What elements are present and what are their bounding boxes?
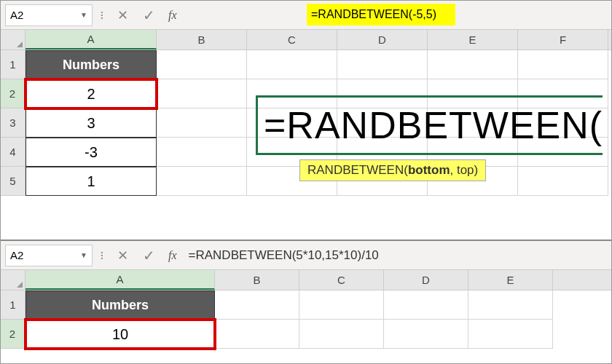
- enter-icon[interactable]: ✓: [138, 4, 160, 26]
- dropdown-icon[interactable]: ▼: [80, 11, 87, 19]
- cell-A2[interactable]: 10: [26, 320, 215, 349]
- cell-A5[interactable]: 1: [26, 167, 157, 196]
- expander-icon[interactable]: •••: [97, 4, 107, 26]
- cell[interactable]: [468, 320, 553, 349]
- row-header-3[interactable]: 3: [1, 108, 26, 138]
- col-header-E[interactable]: E: [428, 30, 518, 50]
- name-box[interactable]: A2 ▼: [5, 4, 93, 26]
- header-cell-numbers[interactable]: Numbers: [26, 290, 215, 320]
- cell[interactable]: [157, 138, 247, 167]
- cell[interactable]: [215, 320, 299, 349]
- header-cell-numbers[interactable]: Numbers: [26, 50, 157, 79]
- col-header-C[interactable]: C: [299, 270, 384, 290]
- cell[interactable]: [157, 108, 247, 138]
- col-header-B[interactable]: B: [157, 30, 247, 50]
- fx-label[interactable]: fx: [164, 9, 181, 22]
- fx-label[interactable]: fx: [164, 249, 181, 262]
- cell[interactable]: [428, 50, 518, 79]
- name-box-value: A2: [10, 9, 23, 21]
- row-header-1[interactable]: 1: [1, 290, 26, 320]
- formula-bar: A2 ▼ ••• ✕ ✓ fx: [1, 241, 611, 270]
- cell[interactable]: [299, 290, 384, 320]
- cell[interactable]: [337, 50, 428, 79]
- cell[interactable]: [384, 290, 468, 320]
- cell[interactable]: [157, 79, 247, 108]
- formula-bar: A2 ▼ ••• ✕ ✓ fx =RANDBETWEEN(-5,5): [1, 1, 611, 30]
- grid: 1 2 Numbers 10: [1, 290, 611, 349]
- col-header-A[interactable]: A: [26, 270, 215, 290]
- cell[interactable]: [468, 290, 553, 320]
- cell[interactable]: [215, 290, 299, 320]
- column-headers: A B C D E F: [1, 30, 611, 50]
- select-all-corner[interactable]: [1, 30, 26, 50]
- cell[interactable]: [299, 320, 384, 349]
- formula-input[interactable]: [186, 245, 607, 266]
- col-header-C[interactable]: C: [247, 30, 337, 50]
- select-all-corner[interactable]: [1, 270, 26, 290]
- row-header-2[interactable]: 2: [1, 320, 26, 349]
- col-header-D[interactable]: D: [337, 30, 428, 50]
- cell[interactable]: [518, 50, 608, 79]
- cell-A3[interactable]: 3: [26, 108, 157, 138]
- row-header-2[interactable]: 2: [1, 79, 26, 108]
- col-header-F[interactable]: F: [518, 30, 608, 50]
- cancel-icon[interactable]: ✕: [111, 4, 133, 26]
- big-formula-overlay: =RANDBETWEEN(: [256, 95, 603, 155]
- enter-icon[interactable]: ✓: [138, 245, 160, 266]
- col-header-E[interactable]: E: [468, 270, 553, 290]
- cell-A4[interactable]: -3: [26, 138, 157, 167]
- column-headers: A B C D E: [1, 270, 611, 290]
- cell[interactable]: [157, 50, 247, 79]
- cell[interactable]: [384, 320, 468, 349]
- cancel-icon[interactable]: ✕: [111, 245, 133, 266]
- col-header-D[interactable]: D: [384, 270, 468, 290]
- col-header-A[interactable]: A: [26, 30, 157, 50]
- cell[interactable]: [518, 167, 608, 196]
- cell[interactable]: [157, 167, 247, 196]
- dropdown-icon[interactable]: ▼: [80, 251, 87, 259]
- name-box-value: A2: [10, 249, 23, 261]
- name-box[interactable]: A2 ▼: [5, 245, 93, 266]
- cell-A2[interactable]: 2: [26, 79, 157, 108]
- expander-icon[interactable]: •••: [97, 245, 107, 266]
- row-header-4[interactable]: 4: [1, 138, 26, 167]
- row-header-1[interactable]: 1: [1, 50, 26, 79]
- formula-tooltip: RANDBETWEEN(bottom, top): [299, 159, 486, 181]
- formula-highlight: =RANDBETWEEN(-5,5): [307, 4, 455, 25]
- row-header-5[interactable]: 5: [1, 167, 26, 196]
- cell[interactable]: [247, 50, 337, 79]
- col-header-B[interactable]: B: [215, 270, 299, 290]
